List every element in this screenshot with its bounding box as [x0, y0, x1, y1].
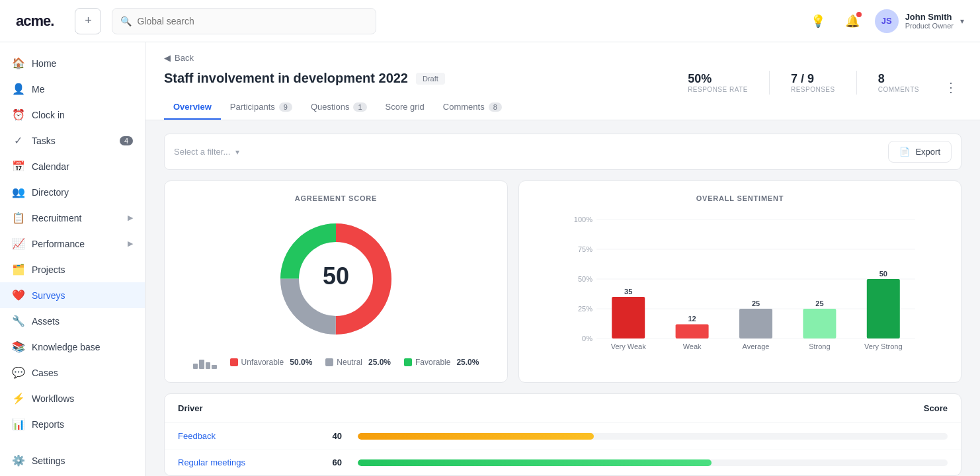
tab-label-comments: Comments	[443, 102, 485, 112]
surveys-icon: ❤️	[12, 289, 24, 301]
tab-participants[interactable]: Participants9	[221, 95, 302, 120]
drivers-header-label: Driver	[178, 403, 203, 413]
sidebar-label-clock-in: Clock in	[32, 110, 65, 120]
sidebar-bottom: ⚙️Settings◀Collapse	[0, 448, 145, 476]
stat-comments: 8 COMMENTS	[878, 72, 919, 93]
me-icon: 👤	[12, 83, 24, 95]
charts-row: AGREEMENT SCORE	[164, 180, 961, 383]
search-input[interactable]	[137, 16, 368, 26]
unfavorable-color-dot	[230, 358, 238, 366]
sidebar-item-performance[interactable]: 📈Performance▶	[0, 231, 145, 257]
lightbulb-button[interactable]: 💡	[806, 9, 830, 33]
inner-content: Select a filter... ▾ 📄 Export AGREEMENT …	[145, 120, 980, 476]
search-icon: 🔍	[120, 16, 132, 26]
driver-name[interactable]: Feedback	[178, 431, 310, 441]
svg-text:75%: 75%	[578, 245, 592, 253]
legend-unfavorable: Unfavorable 50.0%	[230, 358, 313, 367]
neutral-color-dot	[325, 358, 333, 366]
add-button[interactable]: +	[75, 8, 101, 34]
top-navigation: acme. + 🔍 💡 🔔 JS John Smith Product Owne…	[0, 0, 980, 42]
sidebar-item-tasks[interactable]: ✓Tasks4	[0, 128, 145, 153]
svg-text:50%: 50%	[578, 275, 592, 283]
driver-row: Feedback 40	[165, 423, 961, 450]
svg-text:50: 50	[879, 270, 887, 278]
user-menu[interactable]: JS John Smith Product Owner ▾	[875, 9, 964, 33]
sidebar-label-me: Me	[32, 84, 44, 95]
sidebar-item-recruitment[interactable]: 📋Recruitment▶	[0, 205, 145, 231]
stat-response-rate: 50% RESPONSE RATE	[688, 72, 748, 93]
legend-neutral: Neutral 25.0%	[325, 358, 391, 367]
stat-responses-value: 7 / 9	[791, 72, 814, 86]
status-badge: Draft	[416, 73, 445, 85]
sidebar-item-calendar[interactable]: 📅Calendar	[0, 153, 145, 179]
driver-score: 40	[321, 431, 342, 441]
sidebar-item-home[interactable]: 🏠Home	[0, 50, 145, 76]
svg-text:Strong: Strong	[809, 342, 830, 350]
sidebar-item-workflows[interactable]: ⚡Workflows	[0, 385, 145, 411]
sidebar-item-clock-in[interactable]: ⏰Clock in	[0, 102, 145, 128]
stat-divider-2	[856, 71, 857, 95]
page-header: ◀ Back Staff involvement in development …	[145, 42, 980, 120]
sidebar-item-surveys[interactable]: ❤️Surveys	[0, 282, 145, 308]
export-button[interactable]: 📄 Export	[888, 141, 952, 163]
sidebar-label-home: Home	[32, 58, 56, 69]
tab-score-grid[interactable]: Score grid	[376, 95, 434, 120]
tab-questions[interactable]: Questions1	[302, 95, 376, 120]
svg-text:12: 12	[688, 315, 696, 323]
sidebar-item-projects[interactable]: 🗂️Projects	[0, 257, 145, 282]
user-name: John Smith	[905, 12, 954, 22]
logo: acme.	[16, 13, 54, 30]
svg-text:Weak: Weak	[683, 342, 702, 350]
filter-select[interactable]: Select a filter... ▾	[174, 147, 239, 157]
tab-label-overview: Overview	[173, 102, 212, 112]
home-icon: 🏠	[12, 57, 24, 69]
tab-overview[interactable]: Overview	[164, 95, 221, 120]
svg-rect-24	[803, 309, 836, 338]
svg-text:25: 25	[752, 299, 760, 307]
avatar: JS	[875, 9, 899, 33]
lightbulb-icon: 💡	[811, 14, 825, 28]
back-button[interactable]: ◀ Back	[164, 53, 961, 63]
legend-favorable: Favorable 25.0%	[404, 358, 479, 367]
drivers-card: Driver Score Feedback 40 Regular meeting…	[164, 393, 961, 476]
driver-row: Regular meetings 60	[165, 450, 961, 475]
sidebar-item-directory[interactable]: 👥Directory	[0, 179, 145, 205]
sidebar-item-reports[interactable]: 📊Reports	[0, 411, 145, 437]
sidebar-arrow-recruitment: ▶	[128, 214, 133, 222]
sidebar-item-settings[interactable]: ⚙️Settings	[0, 448, 145, 473]
sidebar-label-reports: Reports	[32, 419, 64, 430]
tasks-icon: ✓	[12, 134, 24, 147]
svg-text:35: 35	[624, 288, 632, 296]
back-arrow-icon: ◀	[164, 53, 171, 63]
drivers-header: Driver Score	[165, 394, 961, 423]
driver-name[interactable]: Regular meetings	[178, 457, 310, 467]
sidebar-arrow-performance: ▶	[128, 239, 133, 248]
bar-chart: 100%75%50%25%0%35Very Weak12Weak25Averag…	[532, 213, 948, 358]
main-layout: 🏠Home👤Me⏰Clock in✓Tasks4📅Calendar👥Direct…	[0, 42, 980, 476]
sidebar-label-projects: Projects	[32, 264, 65, 275]
tab-comments[interactable]: Comments8	[434, 95, 511, 120]
sidebar-item-collapse[interactable]: ◀Collapse	[0, 473, 145, 476]
sparkline	[193, 356, 217, 369]
reports-icon: 📊	[12, 418, 24, 430]
filter-chevron-icon: ▾	[235, 147, 239, 157]
driver-score: 60	[321, 457, 342, 467]
sidebar: 🏠Home👤Me⏰Clock in✓Tasks4📅Calendar👥Direct…	[0, 42, 145, 476]
sidebar-item-knowledge-base[interactable]: 📚Knowledge base	[0, 334, 145, 360]
driver-bar-fill	[358, 459, 712, 466]
svg-rect-27	[867, 279, 900, 338]
svg-text:Very Weak: Very Weak	[611, 342, 646, 350]
search-bar[interactable]: 🔍	[112, 8, 376, 34]
sidebar-item-cases[interactable]: 💬Cases	[0, 360, 145, 385]
filter-label: Select a filter...	[174, 147, 230, 157]
sidebar-item-me[interactable]: 👤Me	[0, 76, 145, 102]
tab-label-questions: Questions	[311, 102, 350, 112]
notifications-button[interactable]: 🔔	[840, 9, 864, 33]
sidebar-label-cases: Cases	[32, 368, 58, 378]
sidebar-item-assets[interactable]: 🔧Assets	[0, 308, 145, 334]
more-options-button[interactable]: ⋮	[940, 77, 961, 98]
stat-responses-label: RESPONSES	[791, 86, 835, 93]
stat-comments-value: 8	[878, 72, 885, 86]
drivers-header-score: Score	[924, 403, 948, 413]
svg-text:Very Strong: Very Strong	[864, 342, 902, 350]
